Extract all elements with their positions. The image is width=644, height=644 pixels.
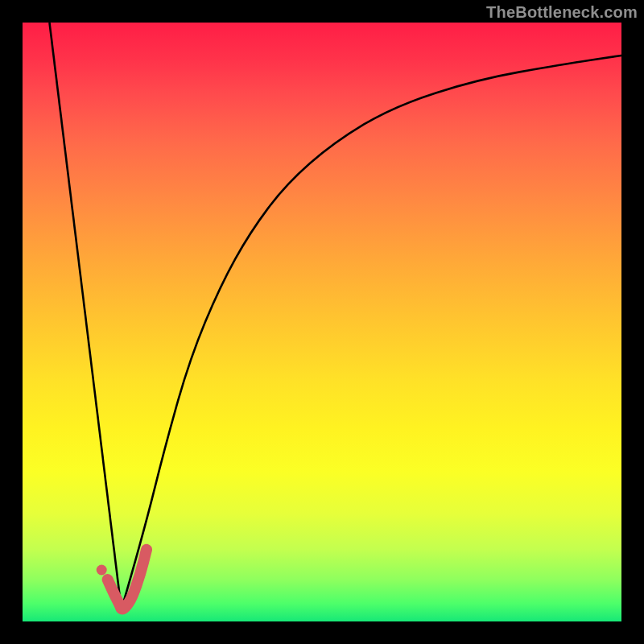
watermark-text: TheBottleneck.com <box>486 3 638 22</box>
chart-svg <box>23 23 621 621</box>
plot-area <box>23 23 621 621</box>
series-right-branch <box>122 56 621 609</box>
series-left-branch <box>49 23 121 609</box>
chart-frame: TheBottleneck.com <box>0 0 644 644</box>
series-hook-dot <box>97 565 107 576</box>
series-hook-accent <box>108 550 147 609</box>
